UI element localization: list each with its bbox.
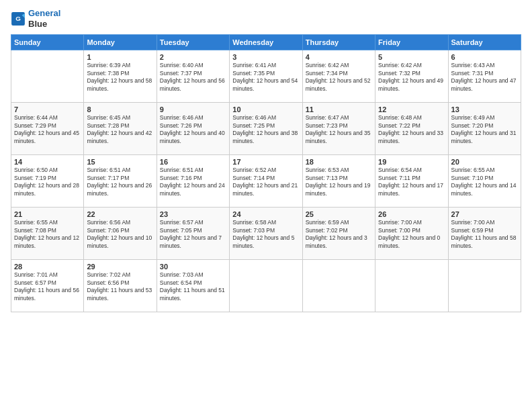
sunset-text: Sunset: 7:00 PM [378, 227, 445, 234]
calendar-header-row: SundayMondayTuesdayWednesdayThursdayFrid… [11, 35, 521, 50]
calendar-cell: 11Sunrise: 6:47 AMSunset: 7:23 PMDayligh… [302, 103, 375, 155]
calendar-cell: 26Sunrise: 7:00 AMSunset: 7:00 PMDayligh… [375, 208, 448, 260]
sunset-text: Sunset: 7:13 PM [306, 175, 372, 182]
calendar-cell [11, 50, 84, 103]
sunrise-text: Sunrise: 6:39 AM [87, 62, 153, 69]
daylight-text: Daylight: 12 hours and 24 minutes. [160, 182, 226, 197]
sunset-text: Sunset: 7:11 PM [378, 175, 445, 182]
daylight-text: Daylight: 12 hours and 10 minutes. [87, 234, 153, 250]
header-thursday: Thursday [302, 35, 375, 50]
calendar-cell: 20Sunrise: 6:55 AMSunset: 7:10 PMDayligh… [448, 155, 521, 208]
sunset-text: Sunset: 6:56 PM [87, 279, 153, 287]
daylight-text: Daylight: 12 hours and 12 minutes. [14, 234, 81, 250]
cell-content: 20Sunrise: 6:55 AMSunset: 7:10 PMDayligh… [451, 158, 518, 197]
cell-content: 29Sunrise: 7:02 AMSunset: 6:56 PMDayligh… [87, 263, 153, 302]
sunrise-text: Sunrise: 7:00 AM [451, 219, 518, 226]
calendar-cell: 6Sunrise: 6:43 AMSunset: 7:31 PMDaylight… [448, 50, 521, 103]
cell-content: 19Sunrise: 6:54 AMSunset: 7:11 PMDayligh… [378, 158, 445, 197]
day-number: 30 [160, 263, 226, 271]
sunrise-text: Sunrise: 6:41 AM [232, 62, 299, 69]
sunrise-text: Sunrise: 6:57 AM [160, 219, 226, 226]
logo: G GeneralBlue [11, 8, 60, 29]
sunrise-text: Sunrise: 7:00 AM [378, 219, 445, 226]
cell-content: 30Sunrise: 7:03 AMSunset: 6:54 PMDayligh… [160, 263, 226, 302]
sunrise-text: Sunrise: 6:55 AM [451, 167, 518, 174]
header-wednesday: Wednesday [230, 35, 302, 50]
calendar-cell: 5Sunrise: 6:42 AMSunset: 7:32 PMDaylight… [375, 50, 448, 103]
daylight-text: Daylight: 12 hours and 0 minutes. [378, 234, 445, 250]
daylight-text: Daylight: 12 hours and 14 minutes. [451, 182, 518, 197]
cell-content: 23Sunrise: 6:57 AMSunset: 7:05 PMDayligh… [160, 210, 226, 250]
calendar-cell [375, 260, 448, 312]
calendar-cell: 8Sunrise: 6:45 AMSunset: 7:28 PMDaylight… [84, 103, 157, 155]
week-row-3: 21Sunrise: 6:55 AMSunset: 7:08 PMDayligh… [11, 208, 521, 260]
day-number: 12 [378, 105, 445, 113]
sunset-text: Sunset: 7:14 PM [232, 175, 299, 182]
daylight-text: Daylight: 12 hours and 45 minutes. [14, 130, 81, 145]
cell-content: 3Sunrise: 6:41 AMSunset: 7:35 PMDaylight… [232, 53, 299, 93]
calendar-cell: 21Sunrise: 6:55 AMSunset: 7:08 PMDayligh… [11, 208, 84, 260]
cell-content: 26Sunrise: 7:00 AMSunset: 7:00 PMDayligh… [378, 210, 445, 250]
day-number: 6 [451, 53, 518, 61]
daylight-text: Daylight: 12 hours and 31 minutes. [451, 130, 518, 145]
calendar-cell [230, 260, 302, 312]
sunset-text: Sunset: 7:05 PM [160, 227, 226, 234]
day-number: 27 [451, 210, 518, 218]
calendar-cell: 3Sunrise: 6:41 AMSunset: 7:35 PMDaylight… [230, 50, 302, 103]
cell-content: 2Sunrise: 6:40 AMSunset: 7:37 PMDaylight… [160, 53, 226, 93]
day-number: 15 [87, 158, 153, 166]
header-monday: Monday [84, 35, 157, 50]
sunrise-text: Sunrise: 6:45 AM [87, 114, 153, 122]
logo-text: GeneralBlue [28, 8, 60, 29]
daylight-text: Daylight: 12 hours and 58 minutes. [87, 77, 153, 93]
sunrise-text: Sunrise: 6:51 AM [160, 167, 226, 174]
day-number: 14 [14, 158, 81, 166]
sunset-text: Sunset: 7:08 PM [14, 227, 81, 234]
sunrise-text: Sunrise: 6:54 AM [378, 167, 445, 174]
day-number: 21 [14, 210, 81, 218]
calendar-cell: 12Sunrise: 6:48 AMSunset: 7:22 PMDayligh… [375, 103, 448, 155]
daylight-text: Daylight: 12 hours and 33 minutes. [378, 130, 445, 145]
cell-content: 14Sunrise: 6:50 AMSunset: 7:19 PMDayligh… [14, 158, 81, 197]
cell-content: 8Sunrise: 6:45 AMSunset: 7:28 PMDaylight… [87, 105, 153, 145]
calendar-cell: 13Sunrise: 6:49 AMSunset: 7:20 PMDayligh… [448, 103, 521, 155]
day-number: 9 [160, 105, 226, 113]
week-row-0: 1Sunrise: 6:39 AMSunset: 7:38 PMDaylight… [11, 50, 521, 103]
sunset-text: Sunset: 7:16 PM [160, 175, 226, 182]
sunrise-text: Sunrise: 6:48 AM [378, 114, 445, 122]
week-row-2: 14Sunrise: 6:50 AMSunset: 7:19 PMDayligh… [11, 155, 521, 208]
daylight-text: Daylight: 11 hours and 51 minutes. [160, 287, 226, 302]
calendar-cell: 29Sunrise: 7:02 AMSunset: 6:56 PMDayligh… [84, 260, 157, 312]
sunrise-text: Sunrise: 6:53 AM [306, 167, 372, 174]
day-number: 8 [87, 105, 153, 113]
sunset-text: Sunset: 7:03 PM [232, 227, 299, 234]
calendar-cell: 10Sunrise: 6:46 AMSunset: 7:25 PMDayligh… [230, 103, 302, 155]
daylight-text: Daylight: 12 hours and 56 minutes. [160, 77, 226, 93]
sunrise-text: Sunrise: 6:46 AM [160, 114, 226, 122]
daylight-text: Daylight: 12 hours and 17 minutes. [378, 182, 445, 197]
sunset-text: Sunset: 7:34 PM [306, 70, 372, 77]
daylight-text: Daylight: 12 hours and 47 minutes. [451, 77, 518, 93]
calendar-table: SundayMondayTuesdayWednesdayThursdayFrid… [11, 34, 521, 312]
logo-icon: G [11, 11, 26, 26]
daylight-text: Daylight: 12 hours and 26 minutes. [87, 182, 153, 197]
cell-content: 17Sunrise: 6:52 AMSunset: 7:14 PMDayligh… [232, 158, 299, 197]
sunset-text: Sunset: 6:54 PM [160, 279, 226, 287]
sunrise-text: Sunrise: 6:40 AM [160, 62, 226, 69]
daylight-text: Daylight: 12 hours and 3 minutes. [306, 234, 372, 250]
sunrise-text: Sunrise: 6:42 AM [378, 62, 445, 69]
sunrise-text: Sunrise: 6:50 AM [14, 167, 81, 174]
daylight-text: Daylight: 12 hours and 21 minutes. [232, 182, 299, 197]
sunrise-text: Sunrise: 7:02 AM [87, 271, 153, 279]
header-tuesday: Tuesday [157, 35, 229, 50]
calendar-cell: 25Sunrise: 6:59 AMSunset: 7:02 PMDayligh… [302, 208, 375, 260]
sunrise-text: Sunrise: 6:59 AM [306, 219, 372, 226]
calendar-cell: 30Sunrise: 7:03 AMSunset: 6:54 PMDayligh… [157, 260, 229, 312]
calendar-cell: 22Sunrise: 6:56 AMSunset: 7:06 PMDayligh… [84, 208, 157, 260]
day-number: 11 [306, 105, 372, 113]
sunrise-text: Sunrise: 7:01 AM [14, 271, 81, 279]
daylight-text: Daylight: 12 hours and 40 minutes. [160, 130, 226, 145]
sunset-text: Sunset: 7:25 PM [232, 122, 299, 130]
day-number: 7 [14, 105, 81, 113]
sunset-text: Sunset: 7:22 PM [378, 122, 445, 130]
